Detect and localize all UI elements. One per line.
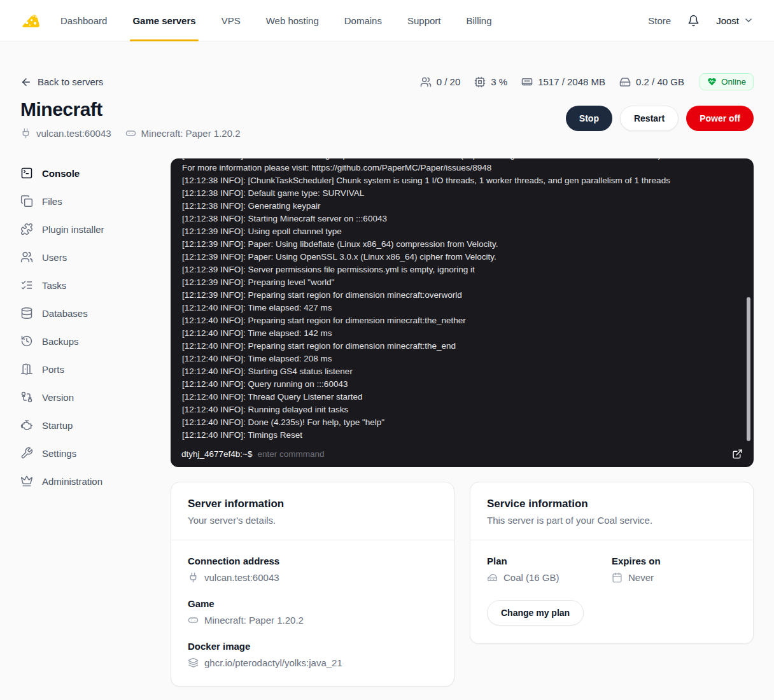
change-plan-button[interactable]: Change my plan xyxy=(487,600,584,626)
sidebar-item-label: Settings xyxy=(42,448,76,459)
server-meta: vulcan.test:60043 Minecraft: Paper 1.20.… xyxy=(20,128,241,139)
sidebar-item[interactable]: Console xyxy=(20,165,171,181)
info-field: Plan Coal (16 GB) xyxy=(487,556,612,583)
command-input[interactable] xyxy=(257,449,727,459)
door-icon xyxy=(20,363,33,375)
power-action-button[interactable]: Restart xyxy=(620,106,679,131)
main-nav: Dashboard Game servers VPS Web hosting D… xyxy=(48,0,505,41)
field-value: Minecraft: Paper 1.20.2 xyxy=(204,615,304,626)
sidebar-item[interactable]: Administration xyxy=(20,473,171,489)
sidebar-item[interactable]: Backups xyxy=(20,333,171,349)
navbar-right: Store Joost xyxy=(648,0,754,41)
field-value: Never xyxy=(628,572,654,583)
hard-drive-icon xyxy=(619,76,631,88)
field-value: Coal (16 GB) xyxy=(503,572,559,583)
field-label: Expires on xyxy=(612,556,736,566)
console-log-line: [12:12:40 INFO]: Time elapsed: 208 ms xyxy=(182,353,742,365)
status-badge: Online xyxy=(700,73,754,90)
sidebar-item[interactable]: Settings xyxy=(20,445,171,461)
server-information-card: Server information Your server's details… xyxy=(171,482,454,687)
console-log-line: [12:12:39 INFO]: Paper: Using libdeflate… xyxy=(182,238,742,251)
field-label: Plan xyxy=(487,556,612,566)
console-log-line: [12:12:40 INFO]: Preparing start region … xyxy=(182,314,742,327)
external-link-icon[interactable] xyxy=(732,449,743,459)
nav-item[interactable]: Billing xyxy=(454,0,505,41)
nav-item[interactable]: Web hosting xyxy=(253,0,332,41)
users-icon xyxy=(20,251,33,263)
info-field: Expires on Never xyxy=(612,556,736,583)
stat-value: 3 % xyxy=(491,76,507,87)
console-log-line: [12:12:40 INFO]: Timings Reset xyxy=(182,429,742,442)
sidebar-item[interactable]: Plugin installer xyxy=(20,221,171,237)
power-actions: Stop Restart Power off xyxy=(566,106,754,131)
field-label: Connection address xyxy=(188,556,437,566)
layers-icon xyxy=(188,657,199,668)
info-field: Docker image ghcr.io/pterodactyl/yolks:j… xyxy=(188,641,437,668)
power-action-button[interactable]: Power off xyxy=(686,106,754,131)
console-prompt: dtyhj_4677ef4b:~$ xyxy=(181,449,252,459)
chevron-down-icon xyxy=(743,15,754,25)
nav-item[interactable]: Dashboard xyxy=(48,0,120,41)
console-log-line: [12:12:40 INFO]: Query running on :::600… xyxy=(182,378,742,391)
console-log-line: [12:12:39 INFO]: Paper: Using OpenSSL 3.… xyxy=(182,251,742,263)
console-log-line: For more information please visit: https… xyxy=(182,162,742,174)
info-field: Connection address vulcan.test:60043 xyxy=(188,556,437,583)
sidebar-item-label: Console xyxy=(42,168,80,179)
nav-item[interactable]: VPS xyxy=(209,0,253,41)
sidebar-item-label: Version xyxy=(42,392,74,403)
history-icon xyxy=(20,335,33,347)
stat-value: 1517 / 2048 MB xyxy=(538,76,605,87)
meta-item: Minecraft: Paper 1.20.2 xyxy=(125,128,241,139)
back-to-servers-link[interactable]: Back to servers xyxy=(20,76,103,88)
card-title: Service information xyxy=(487,498,736,510)
card-subtitle: This server is part of your Coal service… xyxy=(487,515,736,526)
console-log-line: [12:12:40 INFO]: Thread Query Listener s… xyxy=(182,391,742,403)
sidebar-item-label: Users xyxy=(42,252,67,263)
nav-item[interactable]: Game servers xyxy=(120,0,208,41)
sidebar-item[interactable]: Users xyxy=(20,249,171,265)
puzzle-icon xyxy=(20,223,33,235)
power-action-button[interactable]: Stop xyxy=(566,106,612,131)
nav-item[interactable]: Domains xyxy=(332,0,395,41)
notifications-bell-icon[interactable] xyxy=(687,15,700,27)
console-log-line: [12:12:39 INFO]: Server permissions file… xyxy=(182,263,742,276)
sidebar-item[interactable]: Databases xyxy=(20,305,171,321)
card-title: Server information xyxy=(188,498,437,510)
console-command-bar: dtyhj_4677ef4b:~$ xyxy=(171,444,754,467)
meta-value: vulcan.test:60043 xyxy=(36,128,111,139)
sidebar-item[interactable]: Version xyxy=(20,389,171,405)
stat: 0.2 / 40 GB xyxy=(619,76,684,88)
brand-cheese-logo[interactable] xyxy=(20,10,42,31)
stat: 1517 / 2048 MB xyxy=(521,76,605,88)
field-label: Game xyxy=(188,598,437,609)
top-navbar: Dashboard Game servers VPS Web hosting D… xyxy=(0,0,774,41)
console-log-line: [12:12:39 INFO]: Preparing level "world" xyxy=(182,276,742,289)
list-checks-icon xyxy=(20,279,33,291)
wrench-icon xyxy=(20,447,33,459)
plug-icon xyxy=(20,128,31,139)
sidebar-item[interactable]: Startup xyxy=(20,417,171,433)
calendar-icon xyxy=(612,572,623,583)
field-value: ghcr.io/pterodactyl/yolks:java_21 xyxy=(204,657,342,668)
terminal-icon xyxy=(20,167,33,179)
sidebar-item[interactable]: Tasks xyxy=(20,277,171,293)
page-title: Minecraft xyxy=(20,98,241,121)
plug-icon xyxy=(188,572,199,583)
console-log-line: [12:12:38 INFO]: Starting Minecraft serv… xyxy=(182,213,742,225)
cpu-icon xyxy=(474,76,486,88)
console-scrollbar[interactable] xyxy=(747,297,750,441)
console-log-line: [12:12:39 INFO]: Using epoll channel typ… xyxy=(182,225,742,238)
user-menu[interactable]: Joost xyxy=(716,15,754,26)
console-log[interactable]: [12:12:37 INFO]: This server is running … xyxy=(171,158,754,444)
engine-icon xyxy=(20,419,33,431)
sidebar-item-label: Plugin installer xyxy=(42,224,104,235)
database-icon xyxy=(20,307,33,319)
sidebar-item[interactable]: Ports xyxy=(20,361,171,377)
users-icon xyxy=(420,76,432,88)
card-subtitle: Your server's details. xyxy=(188,515,437,526)
nav-item[interactable]: Support xyxy=(395,0,454,41)
store-link[interactable]: Store xyxy=(648,15,671,26)
sidebar-item[interactable]: Files xyxy=(20,193,171,209)
user-name: Joost xyxy=(716,15,739,26)
field-label: Docker image xyxy=(188,641,437,652)
